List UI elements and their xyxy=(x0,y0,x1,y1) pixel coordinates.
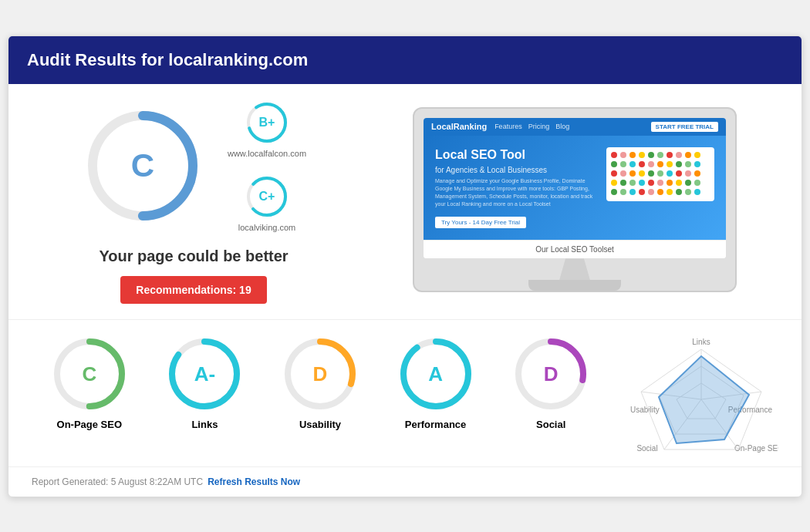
map-dot xyxy=(667,152,673,158)
map-dot xyxy=(694,189,700,195)
map-dot xyxy=(657,180,663,186)
screen-hero: Local SEO Tool for Agencies & Local Busi… xyxy=(424,136,726,241)
map-dot xyxy=(676,189,682,195)
map-dot xyxy=(657,189,663,195)
map-dot xyxy=(629,152,636,158)
monitor-wrapper: LocalRanking Features Pricing Blog START… xyxy=(413,107,737,293)
screen-footer: Our Local SEO Toolset xyxy=(424,240,726,258)
map-dot xyxy=(629,170,636,177)
map-dot xyxy=(676,161,682,167)
map-dot xyxy=(611,189,617,195)
map-dot xyxy=(639,161,645,167)
score-label-social: Social xyxy=(536,419,565,430)
score-item-performance: A Performance xyxy=(397,335,474,430)
competitor-grade-1: C+ localviking.com xyxy=(228,173,306,232)
score-label-links: Links xyxy=(191,419,218,430)
score-circle-social: D xyxy=(512,335,589,412)
map-dot xyxy=(639,189,645,195)
map-dot xyxy=(694,170,700,177)
tagline: Your page could be better xyxy=(99,247,288,265)
screen-logo: LocalRanking xyxy=(431,122,487,131)
hero-subtitle: for Agencies & Local Businesses xyxy=(435,166,595,174)
map-dot xyxy=(667,180,673,186)
competitor-letter-1: C+ xyxy=(259,190,275,204)
map-dot xyxy=(629,189,636,195)
monitor: LocalRanking Features Pricing Blog START… xyxy=(413,107,737,293)
map-dot xyxy=(648,180,654,186)
hero-cta-btn: Try Yours - 14 Day Free Trial xyxy=(435,217,526,228)
map-dot xyxy=(620,161,626,167)
map-dot xyxy=(676,180,682,186)
score-circle-usability: D xyxy=(282,335,359,412)
map-dot xyxy=(685,180,691,186)
score-grade-usability: D xyxy=(313,362,328,386)
radar-label-onpageseo: On-Page SEO xyxy=(734,444,778,453)
map-dot xyxy=(611,180,617,186)
score-circle-performance: A xyxy=(397,335,474,412)
competitor-circle-0: B+ xyxy=(244,99,290,146)
monitor-screen: LocalRanking Features Pricing Blog START… xyxy=(424,118,726,259)
footer-bar: Report Generated: 5 August 8:22AM UTC Re… xyxy=(8,466,802,497)
map-dot xyxy=(685,161,691,167)
map-dot xyxy=(667,189,673,195)
map-dot xyxy=(620,189,626,195)
map-dot xyxy=(620,170,626,177)
left-section: C B+ www.localfalcon.com xyxy=(32,99,356,304)
refresh-results-link[interactable]: Refresh Results Now xyxy=(208,476,300,487)
side-grades: B+ www.localfalcon.com C+ localviking xyxy=(228,99,306,232)
screen-navbar: LocalRanking Features Pricing Blog START… xyxy=(424,118,726,136)
score-item-links: A- Links xyxy=(166,335,243,430)
map-dot xyxy=(694,152,700,158)
map-dot xyxy=(611,161,617,167)
map-dot xyxy=(648,189,654,195)
radar-label-social: Social xyxy=(636,444,657,453)
score-label-usability: Usability xyxy=(299,419,341,430)
screen-nav-links: Features Pricing Blog xyxy=(494,123,569,130)
map-dot xyxy=(648,170,654,177)
score-label-on-page-seo: On-Page SEO xyxy=(57,419,123,430)
map-dot xyxy=(629,180,636,186)
score-circle-links: A- xyxy=(166,335,243,412)
hero-map xyxy=(606,147,714,201)
nav-link-features: Features xyxy=(494,123,522,130)
hero-description: Manage and Optimize your Google Business… xyxy=(435,177,595,207)
map-dot xyxy=(648,152,654,158)
competitor-circle-1: C+ xyxy=(244,173,290,220)
map-dot xyxy=(657,170,663,177)
nav-link-pricing: Pricing xyxy=(528,123,550,130)
score-label-performance: Performance xyxy=(405,419,466,430)
recommendations-button[interactable]: Recommendations: 19 xyxy=(120,276,266,304)
map-dot xyxy=(676,170,682,177)
map-dot xyxy=(685,152,691,158)
hero-title: Local SEO Tool xyxy=(435,147,595,163)
map-dot xyxy=(694,180,700,186)
main-grade-circle: C xyxy=(81,104,204,227)
radar-label-usability: Usability xyxy=(630,406,660,414)
map-dot xyxy=(657,152,663,158)
screen-cta-btn: START FREE TRIAL xyxy=(651,122,718,132)
score-item-on-page-seo: C On-Page SEO xyxy=(51,335,128,430)
audit-card: Audit Results for localranking.com C xyxy=(8,35,802,497)
map-dot xyxy=(648,161,654,167)
score-grade-links: A- xyxy=(194,362,215,386)
map-dot xyxy=(676,152,682,158)
map-dot xyxy=(685,170,691,177)
radar-chart: Links Performance On-Page SEO Social Usa… xyxy=(624,335,778,459)
page-title: Audit Results for localranking.com xyxy=(27,50,308,69)
competitor-grade-0: B+ www.localfalcon.com xyxy=(228,99,306,158)
score-grade-on-page-seo: C xyxy=(82,362,96,386)
radar-label-links: Links xyxy=(692,338,710,346)
radar-section: Links Performance On-Page SEO Social Usa… xyxy=(624,335,778,459)
map-dot xyxy=(629,161,636,167)
competitor-url-0: www.localfalcon.com xyxy=(228,149,306,158)
map-dot xyxy=(620,152,626,158)
map-dot xyxy=(611,170,617,177)
scores-radar-row: C On-Page SEO A- Links D Usability xyxy=(32,335,778,459)
map-dot xyxy=(667,161,673,167)
page-header: Audit Results for localranking.com xyxy=(8,36,802,84)
map-dot xyxy=(685,189,691,195)
map-dot xyxy=(694,161,700,167)
competitor-letter-0: B+ xyxy=(259,116,275,130)
score-item-social: D Social xyxy=(512,335,589,430)
map-dot xyxy=(639,152,645,158)
